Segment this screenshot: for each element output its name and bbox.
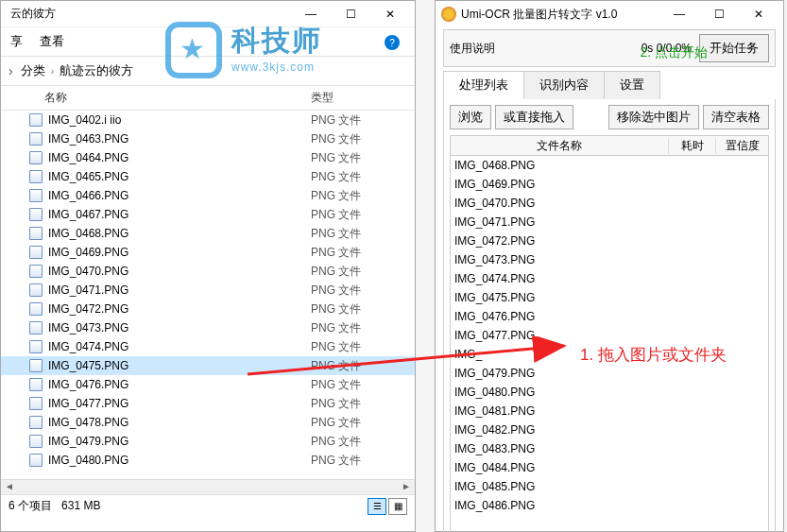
- chevron-right-icon: ›: [51, 66, 54, 77]
- file-type: PNG 文件: [311, 131, 415, 147]
- menu-share[interactable]: 享: [10, 33, 23, 50]
- file-name: IMG_0475.PNG: [48, 359, 311, 372]
- image-file-icon: [29, 302, 43, 316]
- file-row[interactable]: IMG_0470.PNGPNG 文件: [1, 262, 415, 281]
- table-row[interactable]: IMG_0475.PNG: [451, 288, 768, 307]
- table-row[interactable]: IMG_0476.PNG: [451, 307, 768, 326]
- explorer-ribbon: 享 查看 ?: [1, 27, 415, 56]
- file-row[interactable]: IMG_0480.PNGPNG 文件: [1, 451, 415, 470]
- file-name: IMG_0473.PNG: [48, 321, 311, 335]
- maximize-button[interactable]: ☐: [332, 3, 369, 26]
- image-file-icon: [29, 435, 43, 448]
- table-row[interactable]: IMG_0483.PNG: [451, 439, 768, 458]
- table-row[interactable]: IMG_0473.PNG: [451, 250, 768, 269]
- file-row[interactable]: IMG_0473.PNGPNG 文件: [1, 318, 415, 337]
- icons-view-icon[interactable]: ▦: [388, 498, 407, 515]
- ocr-titlebar[interactable]: Umi-OCR 批量图片转文字 v1.0 — ☐ ✕: [436, 1, 783, 27]
- table-row[interactable]: IMG_0472.PNG: [451, 232, 768, 250]
- breadcrumb-category[interactable]: 分类: [21, 62, 45, 79]
- th-filename[interactable]: 文件名称: [451, 138, 669, 154]
- file-type: PNG 文件: [311, 283, 415, 299]
- file-name: IMG_0469.PNG: [48, 246, 311, 259]
- file-row[interactable]: IMG_0476.PNGPNG 文件: [1, 375, 415, 394]
- table-row[interactable]: IMG_0468.PNG: [451, 156, 768, 175]
- remove-selected-button[interactable]: 移除选中图片: [608, 105, 699, 129]
- file-row[interactable]: IMG_0469.PNGPNG 文件: [1, 243, 415, 262]
- status-bar: 6 个项目 631 MB ☰ ▦: [1, 494, 415, 517]
- table-row[interactable]: IMG_0469.PNG: [451, 175, 768, 194]
- details-view-icon[interactable]: ☰: [368, 498, 386, 515]
- file-row[interactable]: IMG_0465.PNGPNG 文件: [1, 167, 415, 186]
- table-row[interactable]: IMG_0479.PNG: [451, 364, 768, 383]
- notification-badge-icon[interactable]: ?: [385, 35, 400, 50]
- table-row[interactable]: IMG_0471.PNG: [451, 213, 768, 232]
- file-row[interactable]: IMG_0468.PNGPNG 文件: [1, 224, 415, 243]
- minimize-button[interactable]: —: [292, 3, 330, 26]
- column-name[interactable]: 名称: [44, 90, 311, 106]
- image-file-icon: [29, 378, 43, 391]
- tab-queue[interactable]: 处理列表: [443, 71, 524, 99]
- file-type: PNG 文件: [311, 301, 415, 317]
- table-row[interactable]: IMG_0470.PNG: [451, 194, 768, 213]
- file-row[interactable]: IMG_0466.PNGPNG 文件: [1, 186, 415, 205]
- table-row[interactable]: IMG_0482.PNG: [451, 420, 768, 439]
- file-list[interactable]: IMG_0402.i iioPNG 文件IMG_0463.PNGPNG 文件IM…: [1, 111, 415, 479]
- minimize-button[interactable]: —: [660, 3, 698, 26]
- image-file-icon: [29, 359, 43, 372]
- browse-button[interactable]: 浏览: [450, 105, 491, 129]
- tab-result[interactable]: 识别内容: [523, 71, 605, 99]
- table-row[interactable]: IMG_0474.PNG: [451, 269, 768, 288]
- file-name: IMG_0478.PNG: [48, 416, 311, 429]
- th-confidence[interactable]: 置信度: [716, 138, 768, 154]
- table-row[interactable]: IMG_0477.PNG: [451, 326, 768, 345]
- file-explorer-window: 云的彼方 — ☐ ✕ 享 查看 ? › 分类 › 航迹云的彼方 名称 类型 IM…: [0, 0, 416, 532]
- column-type[interactable]: 类型: [311, 90, 415, 106]
- breadcrumb[interactable]: 分类 › 航迹云的彼方: [21, 62, 407, 79]
- queue-panel: 浏览 或直接拖入 移除选中图片 清空表格 文件名称 耗时 置信度 IMG_046…: [443, 99, 776, 532]
- usage-link[interactable]: 使用说明: [450, 41, 642, 57]
- table-row[interactable]: IMG_0485.PNG: [451, 477, 768, 496]
- file-row[interactable]: IMG_0464.PNGPNG 文件: [1, 148, 415, 167]
- table-row[interactable]: IMG_0481.PNG: [451, 402, 768, 420]
- file-name: IMG_0402.i iio: [48, 113, 311, 127]
- table-row[interactable]: IMG_0484.PNG: [451, 458, 768, 477]
- clear-table-button[interactable]: 清空表格: [703, 105, 769, 129]
- breadcrumb-folder[interactable]: 航迹云的彼方: [60, 62, 133, 79]
- file-row[interactable]: IMG_0474.PNGPNG 文件: [1, 337, 415, 356]
- explorer-address-bar[interactable]: › 分类 › 航迹云的彼方: [1, 56, 415, 86]
- file-row[interactable]: IMG_0479.PNGPNG 文件: [1, 432, 415, 451]
- start-task-button[interactable]: 开始任务: [699, 34, 769, 62]
- file-type: PNG 文件: [311, 453, 415, 469]
- explorer-titlebar[interactable]: 云的彼方 — ☐ ✕: [1, 1, 415, 27]
- file-row[interactable]: IMG_0467.PNGPNG 文件: [1, 205, 415, 224]
- drag-hint-button[interactable]: 或直接拖入: [495, 105, 573, 129]
- file-row[interactable]: IMG_0475.PNGPNG 文件: [1, 356, 415, 375]
- table-row[interactable]: IMG_0480.PNG: [451, 383, 768, 402]
- file-row[interactable]: IMG_0471.PNGPNG 文件: [1, 281, 415, 300]
- action-bar: 浏览 或直接拖入 移除选中图片 清空表格: [450, 105, 769, 129]
- total-size: 631 MB: [61, 499, 100, 512]
- th-time[interactable]: 耗时: [669, 138, 716, 154]
- file-row[interactable]: IMG_0472.PNGPNG 文件: [1, 300, 415, 318]
- horizontal-scrollbar[interactable]: [1, 479, 415, 494]
- file-name: IMG_0472.PNG: [48, 302, 311, 316]
- tab-settings[interactable]: 设置: [604, 71, 660, 99]
- image-file-icon: [29, 340, 43, 353]
- item-count: 6 个项目: [9, 499, 52, 512]
- close-button[interactable]: ✕: [371, 3, 409, 26]
- image-file-icon: [29, 454, 43, 467]
- umi-ocr-window: Umi-OCR 批量图片转文字 v1.0 — ☐ ✕ 使用说明 0s 0/0 0…: [435, 0, 784, 532]
- table-row[interactable]: IMG_0486.PNG: [451, 496, 768, 515]
- file-type: PNG 文件: [311, 264, 415, 280]
- chevron-right-icon[interactable]: ›: [9, 63, 13, 78]
- close-button[interactable]: ✕: [740, 3, 778, 26]
- maximize-button[interactable]: ☐: [700, 3, 738, 26]
- menu-view[interactable]: 查看: [40, 33, 64, 50]
- file-row[interactable]: IMG_0478.PNGPNG 文件: [1, 413, 415, 432]
- file-type: PNG 文件: [311, 396, 415, 412]
- file-row[interactable]: IMG_0477.PNGPNG 文件: [1, 394, 415, 413]
- file-row[interactable]: IMG_0463.PNGPNG 文件: [1, 129, 415, 148]
- file-row[interactable]: IMG_0402.i iioPNG 文件: [1, 111, 415, 129]
- column-headers[interactable]: 名称 类型: [1, 86, 415, 111]
- file-name: IMG_0476.PNG: [48, 378, 311, 391]
